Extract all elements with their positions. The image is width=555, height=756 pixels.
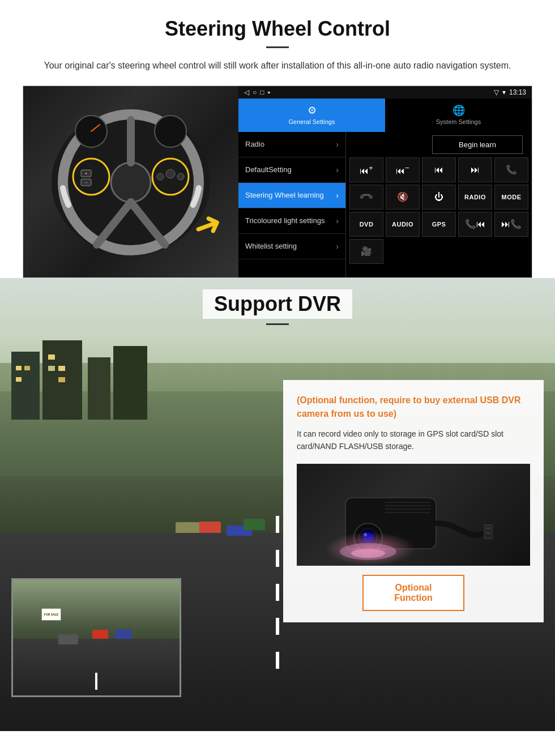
- android-settings-panel: ◁ ○ □ ▪ ▽ ▾ 13:13 ⚙ General Settings 🌐 S…: [238, 86, 532, 277]
- menu-steering-label: Steering Wheel learning: [245, 191, 324, 199]
- globe-icon: 🌐: [388, 104, 529, 117]
- chevron-right-icon: ›: [336, 242, 339, 251]
- svg-point-31: [351, 549, 385, 558]
- dvr-icon: 🎥: [361, 246, 372, 257]
- chevron-right-icon: ›: [336, 165, 339, 174]
- ctrl-btn-audio[interactable]: AUDIO: [386, 212, 420, 237]
- status-signal-icon: ▽: [494, 88, 499, 96]
- svg-point-13: [177, 173, 184, 180]
- menu-item-whitelist[interactable]: Whitelist setting ›: [238, 234, 345, 259]
- building-1: [11, 352, 40, 420]
- status-home-icon: ○: [253, 88, 257, 96]
- dvd-label: DVD: [360, 221, 374, 228]
- status-time: 13:13: [509, 88, 526, 96]
- chevron-right-icon: ›: [336, 191, 339, 200]
- ctrl-btn-gps[interactable]: GPS: [422, 212, 456, 237]
- tab-system-settings[interactable]: 🌐 System Settings: [385, 99, 532, 132]
- svg-point-12: [166, 169, 175, 178]
- settings-content: Radio › DefaultSetting › Steering Wheel …: [238, 132, 532, 277]
- skip-back-minus-icon: ⏮−: [396, 164, 409, 176]
- svg-rect-28: [486, 527, 491, 529]
- dashboard-photo-thumbnail: FOR SALE: [11, 578, 181, 697]
- ctrl-btn-power[interactable]: ⏻: [422, 185, 456, 210]
- svg-text:−: −: [85, 181, 87, 185]
- dash-inner: FOR SALE: [13, 580, 180, 695]
- ctrl-btn-next[interactable]: ⏭: [458, 157, 492, 182]
- svg-rect-29: [486, 532, 491, 534]
- dvr-section: FOR SALE Support DVR (Optional function,…: [0, 278, 555, 731]
- call-next-icon: ⏭📞: [501, 219, 522, 229]
- title-divider: [266, 46, 289, 48]
- svg-point-22: [364, 533, 367, 536]
- ctrl-btn-mode[interactable]: MODE: [494, 185, 528, 210]
- ctrl-btn-call-next[interactable]: ⏭📞: [494, 212, 528, 237]
- control-buttons-grid: ⏮+ ⏮− ⏮ ⏭ 📞: [349, 157, 528, 264]
- building-4: [113, 346, 147, 420]
- page-title: Steering Wheel Control: [23, 17, 532, 41]
- dvr-info-card: (Optional function, require to buy exter…: [283, 380, 544, 623]
- dvr-header: Support DVR: [0, 278, 555, 331]
- menu-item-default-setting[interactable]: DefaultSetting ›: [238, 157, 345, 183]
- menu-tricoloured-label: Tricoloured light settings: [245, 216, 325, 225]
- dvr-description-text: It can record video only to storage in G…: [297, 428, 530, 453]
- car-3: [244, 519, 265, 530]
- tab-general-label: General Settings: [289, 118, 335, 125]
- android-tabs: ⚙ General Settings 🌐 System Settings: [238, 99, 532, 132]
- ctrl-btn-prev[interactable]: ⏮: [422, 157, 456, 182]
- android-ui-screenshot: + − ➜ ◁ ○ □ ▪: [23, 86, 532, 278]
- dvr-title: Support DVR: [203, 289, 352, 319]
- subtitle-text: Your original car's steering wheel contr…: [34, 58, 521, 73]
- skip-back-plus-icon: ⏮+: [360, 164, 373, 176]
- power-icon: ⏻: [434, 192, 443, 202]
- mute-icon: 🔇: [397, 191, 408, 202]
- chevron-right-icon: ›: [336, 140, 339, 149]
- ctrl-btn-call[interactable]: 📞: [494, 157, 528, 182]
- hang-up-icon: 📞: [358, 189, 374, 205]
- ctrl-btn-dvd[interactable]: DVD: [349, 212, 383, 237]
- status-back-icon: ◁: [244, 88, 249, 96]
- ctrl-btn-vol-up[interactable]: ⏮+: [349, 157, 383, 182]
- ctrl-btn-vol-down[interactable]: ⏮−: [386, 157, 420, 182]
- gear-icon: ⚙: [241, 104, 382, 117]
- optional-function-button[interactable]: Optional Function: [362, 575, 464, 611]
- car-4: [176, 522, 199, 533]
- prev-track-icon: ⏮: [434, 165, 443, 175]
- ctrl-btn-hang-up[interactable]: 📞: [349, 185, 383, 210]
- dvr-optional-text: (Optional function, require to buy exter…: [297, 394, 530, 421]
- menu-whitelist-label: Whitelist setting: [245, 242, 297, 250]
- menu-default-label: DefaultSetting: [245, 165, 292, 174]
- menu-item-steering-wheel[interactable]: Steering Wheel learning ›: [238, 183, 345, 208]
- tab-general-settings[interactable]: ⚙ General Settings: [238, 99, 385, 132]
- phone-icon: 📞: [506, 164, 517, 175]
- menu-item-radio[interactable]: Radio ›: [238, 132, 345, 157]
- menu-radio-label: Radio: [245, 140, 264, 148]
- svg-point-14: [157, 173, 164, 180]
- steering-photo: + − ➜: [23, 86, 238, 278]
- dvr-camera-svg: [334, 469, 493, 560]
- road-center-line: [276, 516, 279, 686]
- begin-learn-row: Begin learn: [349, 135, 528, 154]
- radio-label: RADIO: [464, 194, 486, 200]
- status-square-icon: □: [260, 88, 264, 96]
- svg-point-2: [111, 163, 151, 202]
- settings-menu: Radio › DefaultSetting › Steering Wheel …: [238, 132, 346, 277]
- ctrl-btn-mute[interactable]: 🔇: [386, 185, 420, 210]
- svg-text:+: +: [85, 172, 87, 176]
- call-prev-icon: 📞⏮: [465, 219, 485, 229]
- mode-label: MODE: [502, 194, 522, 200]
- ctrl-btn-call-prev[interactable]: 📞⏮: [458, 212, 492, 237]
- ctrl-btn-dvr[interactable]: 🎥: [349, 239, 383, 264]
- menu-item-tricoloured[interactable]: Tricoloured light settings ›: [238, 208, 345, 234]
- begin-learn-button[interactable]: Begin learn: [432, 135, 523, 154]
- gps-label: GPS: [432, 221, 446, 228]
- tab-system-label: System Settings: [436, 118, 481, 125]
- next-track-icon: ⏭: [471, 165, 480, 175]
- status-camera-icon: ▪: [268, 88, 270, 96]
- audio-label: AUDIO: [392, 221, 413, 228]
- dvr-camera-image: [297, 464, 530, 566]
- ctrl-btn-radio[interactable]: RADIO: [458, 185, 492, 210]
- steering-wheel-image: + −: [46, 103, 216, 262]
- svg-point-16: [155, 116, 186, 147]
- steering-wheel-section: Steering Wheel Control Your original car…: [0, 0, 555, 278]
- control-panel: Begin learn ⏮+ ⏮− ⏮: [346, 132, 532, 277]
